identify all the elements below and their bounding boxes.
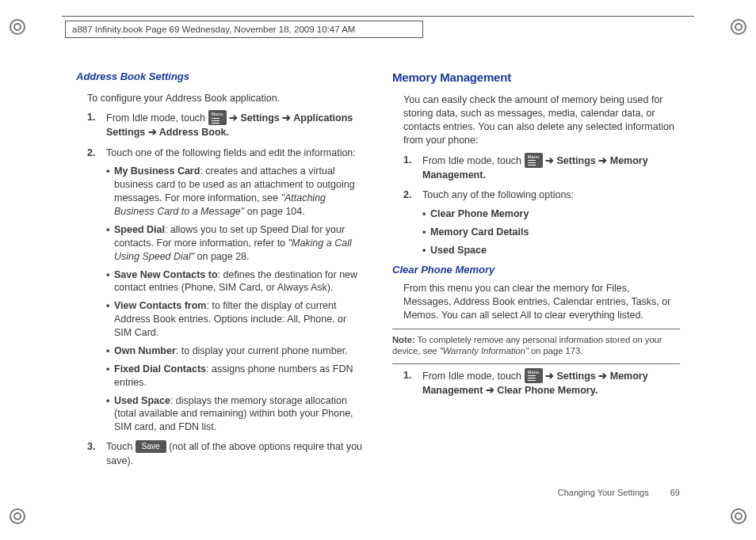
step-2: Touch one of the following fields and ed… bbox=[87, 146, 364, 434]
heading-memory-management: Memory Management bbox=[392, 70, 680, 86]
step-text: From Idle mode, touch bbox=[422, 370, 525, 381]
step-1: From Idle mode, touch Menu ➔ Settings ➔ … bbox=[87, 111, 364, 140]
svg-point-2 bbox=[731, 20, 746, 34]
col-left: Address Book Settings To configure your … bbox=[76, 70, 364, 485]
bullet-list-left: My Business Card: creates and attaches a… bbox=[106, 165, 364, 434]
step-text: Touch one of the following fields and ed… bbox=[106, 147, 356, 158]
list-item: View Contacts from: to filter the displa… bbox=[106, 299, 364, 340]
heading-address-book-settings: Address Book Settings bbox=[76, 70, 364, 84]
binding-ring-icon bbox=[8, 17, 27, 36]
page-footer: Changing Your Settings 69 bbox=[558, 488, 680, 497]
list-item: Speed Dial: allows you to set up Speed D… bbox=[106, 223, 364, 264]
svg-point-3 bbox=[735, 24, 742, 30]
footer-section: Changing Your Settings bbox=[558, 488, 649, 497]
list-item: Own Number: to display your current phon… bbox=[106, 344, 364, 358]
steps-left: From Idle mode, touch Menu ➔ Settings ➔ … bbox=[87, 111, 364, 468]
list-item: Used Space: displays the memory storage … bbox=[106, 394, 364, 435]
steps-right-b: From Idle mode, touch Menu ➔ Settings ➔ … bbox=[403, 369, 680, 398]
crop-mark-top bbox=[62, 16, 694, 17]
svg-point-1 bbox=[14, 24, 21, 30]
list-item: Used Space bbox=[422, 244, 680, 257]
save-icon: Save bbox=[136, 440, 166, 453]
page-header-meta: a887 Infinity.book Page 69 Wednesday, No… bbox=[65, 21, 423, 38]
list-item: Fixed Dial Contacts: assigns phone numbe… bbox=[106, 363, 364, 390]
footer-page-number: 69 bbox=[670, 488, 680, 497]
svg-point-6 bbox=[731, 509, 746, 523]
step-text: From Idle mode, touch bbox=[422, 155, 525, 166]
step-text: Touch bbox=[106, 441, 136, 452]
note-label: Note: bbox=[392, 335, 415, 344]
binding-ring-icon bbox=[729, 17, 748, 36]
menu-icon: Menu bbox=[525, 368, 543, 383]
bullet-list-right: Clear Phone Memory Memory Card Details U… bbox=[422, 207, 680, 257]
list-item: My Business Card: creates and attaches a… bbox=[106, 165, 364, 219]
svg-point-7 bbox=[735, 513, 742, 519]
list-item: Clear Phone Memory bbox=[422, 207, 680, 221]
step-2: Touch any of the following options: Clea… bbox=[403, 188, 680, 257]
menu-icon: Menu bbox=[208, 110, 227, 125]
note-tail: on page 173. bbox=[529, 346, 582, 356]
spiral-binding-bottom bbox=[0, 507, 756, 526]
subheading-clear-phone-memory: Clear Phone Memory bbox=[392, 263, 680, 277]
list-item: Save New Contacts to: defines the destin… bbox=[106, 268, 364, 295]
step-3: Touch Save (not all of the above options… bbox=[87, 440, 364, 468]
note-link: "Warranty Information" bbox=[440, 346, 529, 356]
menu-icon: Menu bbox=[525, 153, 543, 168]
step-text: From Idle mode, touch bbox=[106, 112, 208, 124]
step-1: From Idle mode, touch Menu ➔ Settings ➔ … bbox=[403, 154, 680, 183]
binding-ring-icon bbox=[8, 507, 27, 526]
divider bbox=[392, 329, 680, 329]
sub-body: From this menu you can clear the memory … bbox=[403, 282, 680, 322]
note: Note: To completely remove any personal … bbox=[392, 334, 680, 357]
col-right: Memory Management You can easily check t… bbox=[392, 70, 680, 485]
svg-point-5 bbox=[14, 513, 21, 519]
svg-point-0 bbox=[10, 20, 25, 34]
binding-ring-icon bbox=[729, 507, 748, 526]
divider bbox=[392, 363, 680, 364]
page-content: Address Book Settings To configure your … bbox=[76, 70, 680, 485]
list-item: Memory Card Details bbox=[422, 226, 680, 239]
steps-right-a: From Idle mode, touch Menu ➔ Settings ➔ … bbox=[403, 154, 680, 257]
intro-text: You can easily check the amount of memor… bbox=[403, 93, 680, 147]
step-text: Touch any of the following options: bbox=[422, 189, 574, 200]
intro-text: To configure your Address Book applicati… bbox=[87, 92, 364, 105]
svg-point-4 bbox=[10, 509, 25, 523]
step-1: From Idle mode, touch Menu ➔ Settings ➔ … bbox=[403, 369, 680, 398]
